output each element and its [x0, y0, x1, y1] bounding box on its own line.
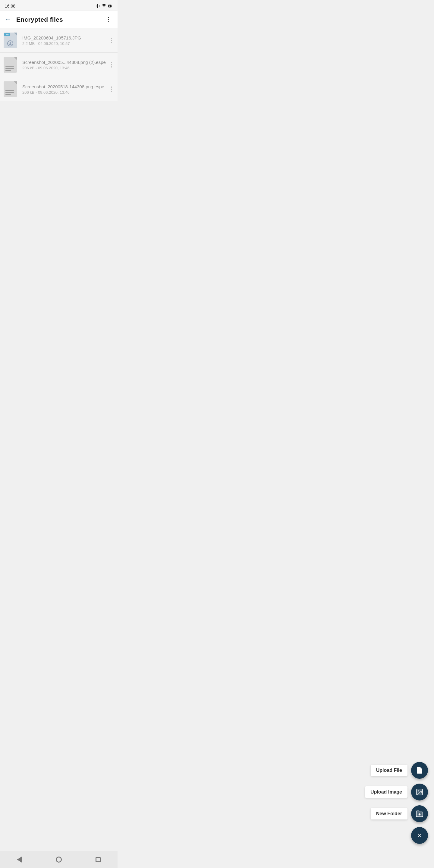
wifi-icon [101, 4, 106, 8]
battery-icon [108, 4, 113, 8]
svg-rect-4 [108, 5, 111, 7]
file-name: IMG_20200604_105716.JPG [22, 35, 109, 40]
dot [111, 87, 112, 88]
status-time: 16:08 [5, 4, 16, 8]
status-bar: 16:08 [0, 0, 118, 11]
file-more-button[interactable] [109, 61, 114, 69]
overflow-menu-button[interactable]: ⋮ [104, 14, 113, 25]
doc-line [5, 68, 14, 69]
file-icon-doc [4, 82, 18, 97]
dot [111, 62, 112, 63]
svg-rect-0 [97, 4, 98, 8]
doc-line [5, 90, 14, 91]
dot [111, 89, 112, 90]
svg-point-6 [10, 42, 11, 43]
dot [111, 66, 112, 67]
svg-rect-5 [112, 6, 112, 7]
file-item[interactable]: Screenshot_202005...44308.png (2).espe 2… [0, 53, 118, 77]
file-list: JPG IMG_20200604_105716.JPG 2,2 MB - 04.… [0, 28, 118, 101]
overflow-menu-icon: ⋮ [105, 16, 112, 23]
file-meta: 206 kB - 09.06.2020, 13:46 [22, 66, 109, 70]
file-icon-jpg: JPG [4, 33, 18, 48]
doc-line [5, 94, 11, 95]
svg-rect-1 [96, 5, 96, 7]
doc-line [5, 66, 14, 67]
back-button[interactable]: ← [5, 14, 14, 25]
status-icons [95, 4, 113, 8]
page-title: Encrypted files [16, 16, 104, 23]
file-more-button[interactable] [109, 85, 114, 93]
file-more-button[interactable] [109, 36, 114, 44]
dot [111, 40, 112, 41]
dot [111, 38, 112, 39]
file-item[interactable]: JPG IMG_20200604_105716.JPG 2,2 MB - 04.… [0, 28, 118, 53]
file-name: Screenshot_20200518-144308.png.espe [22, 84, 109, 89]
dot [111, 64, 112, 65]
file-icon-doc [4, 57, 18, 73]
file-name: Screenshot_202005...44308.png (2).espe [22, 60, 109, 65]
file-meta: 206 kB - 09.06.2020, 13:46 [22, 90, 109, 95]
dot [111, 91, 112, 92]
doc-line [5, 92, 14, 93]
doc-line [5, 70, 11, 71]
top-bar: ← Encrypted files ⋮ [0, 11, 118, 28]
file-meta: 2,2 MB - 04.06.2020, 10:57 [22, 41, 109, 46]
file-info: Screenshot_202005...44308.png (2).espe 2… [22, 60, 109, 70]
file-info: Screenshot_20200518-144308.png.espe 206 … [22, 84, 109, 95]
back-arrow-icon: ← [5, 16, 11, 23]
empty-area [0, 101, 118, 252]
file-info: IMG_20200604_105716.JPG 2,2 MB - 04.06.2… [22, 35, 109, 46]
svg-rect-2 [99, 5, 99, 7]
dot [111, 42, 112, 43]
vibrate-icon [95, 4, 100, 8]
file-item[interactable]: Screenshot_20200518-144308.png.espe 206 … [0, 77, 118, 101]
